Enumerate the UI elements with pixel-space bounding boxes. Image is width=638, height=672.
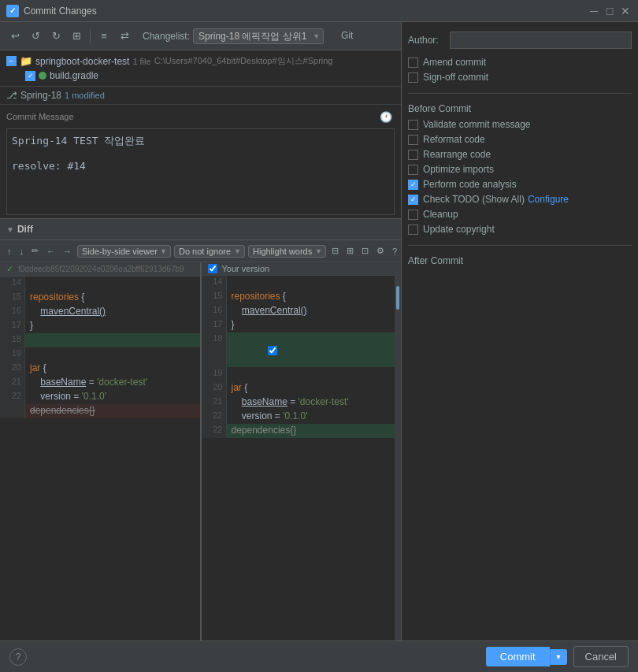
diff-line: 22 version = '0.1.0' [202, 410, 402, 424]
diff-prev-button[interactable]: ↑ [5, 246, 14, 257]
commit-message-input[interactable]: Spring-14 TEST 작업완료 resolve: #14 [6, 128, 395, 215]
option-checkbox-0[interactable] [408, 120, 418, 130]
diff-header-title: Diff [17, 224, 33, 235]
diff-collapse-btn[interactable]: ⊟ [329, 245, 341, 257]
window-title: Commit Changes [24, 6, 588, 17]
option-label-6: Cleanup [423, 209, 458, 220]
root-file-count: 1 file [132, 57, 150, 66]
tree-child-item[interactable]: build.gradle [0, 69, 401, 83]
option-row-5[interactable]: Check TODO (Show All) Configure [408, 194, 632, 205]
app-icon: ✓ [6, 5, 19, 17]
option-row-7[interactable]: Update copyright [408, 224, 632, 235]
diff-highlight-select-wrapper[interactable]: Highlight words [248, 245, 326, 258]
changelist-select[interactable]: Spring-18 에픽작업 상위1 [193, 28, 324, 44]
sort-button[interactable]: ≡ [95, 28, 113, 45]
help-button[interactable]: ? [9, 648, 27, 666]
commit-button[interactable]: Commit [486, 647, 550, 666]
modified-indicator [39, 72, 46, 80]
option-row-0[interactable]: Validate commit message [408, 119, 632, 130]
scrollbar-thumb [396, 286, 399, 310]
diff-section: ▼ Diff ↑ ↓ ✏ ← → Side-by-side viewer Do … [0, 218, 401, 672]
git-tab[interactable]: Git [335, 28, 359, 44]
diff-expand-btn[interactable]: ⊞ [344, 245, 356, 257]
diff-viewer-select-wrapper[interactable]: Side-by-side viewer [77, 245, 171, 258]
diff-help-btn[interactable]: ? [390, 246, 399, 257]
sign-off-label: Sign-off commit [423, 72, 488, 83]
option-row-6[interactable]: Cleanup [408, 209, 632, 220]
diff-settings-btn[interactable]: ⚙ [374, 245, 387, 257]
option-label-7: Update copyright [423, 224, 495, 235]
diff-right-header: Your version [202, 262, 402, 276]
diff-forward-button[interactable]: → [61, 246, 74, 257]
option-row-4[interactable]: Perform code analysis [408, 179, 632, 190]
root-checkbox[interactable] [6, 56, 17, 66]
diff-line: 17 } [0, 319, 200, 333]
commit-btn-group: Commit ▼ [486, 647, 567, 666]
maximize-button[interactable]: □ [603, 5, 616, 17]
window-controls: ─ □ ✕ [588, 5, 632, 17]
tree-root-item[interactable]: 📁 springboot-docker-test 1 file C:\Users… [0, 54, 401, 69]
commit-message-history-button[interactable]: 🕐 [377, 108, 395, 125]
diff-ignore-select[interactable]: Do not ignore [174, 245, 245, 258]
scrollbar-track [395, 262, 401, 672]
option-label-1: Reformat code [423, 134, 485, 145]
amend-commit-label: Amend commit [423, 57, 486, 68]
sign-off-checkbox[interactable] [408, 72, 418, 83]
diff-sync-btn[interactable]: ⊡ [359, 245, 371, 257]
modified-count: 1 modified [65, 91, 105, 100]
option-checkbox-4[interactable] [408, 180, 418, 190]
option-checkbox-6[interactable] [408, 210, 418, 220]
move-up-button[interactable]: ↩ [6, 28, 24, 45]
diff-highlight-select[interactable]: Highlight words [248, 245, 326, 258]
option-row-1[interactable]: Reformat code [408, 134, 632, 145]
file-name: build.gradle [50, 70, 98, 81]
cancel-button[interactable]: Cancel [573, 646, 629, 667]
file-checkbox[interactable] [25, 71, 35, 81]
option-checkbox-7[interactable] [408, 225, 418, 235]
diff-ignore-select-wrapper[interactable]: Do not ignore [174, 245, 245, 258]
redo-button[interactable]: ↻ [47, 28, 65, 45]
diff-line: 14 [202, 276, 402, 290]
option-label-4: Perform code analysis [423, 179, 517, 190]
title-bar: ✓ Commit Changes ─ □ ✕ [0, 0, 638, 22]
diff-button[interactable]: ⇄ [116, 28, 133, 45]
amend-commit-row[interactable]: Amend commit [408, 57, 632, 68]
diff-edit-button[interactable]: ✏ [29, 245, 41, 257]
option-label-5: Check TODO (Show All) [423, 194, 525, 205]
option-checkbox-2[interactable] [408, 150, 418, 160]
changelist-select-wrapper[interactable]: Spring-18 에픽작업 상위1 [193, 28, 324, 44]
diff-line: 21 baseName = 'docker-test' [0, 376, 200, 390]
right-version-checkbox[interactable] [208, 264, 217, 273]
separator-2 [408, 245, 632, 246]
option-checkbox-3[interactable] [408, 165, 418, 175]
option-row-2[interactable]: Rearrange code [408, 149, 632, 160]
diff-back-button[interactable]: ← [44, 246, 57, 257]
option-checkbox-5[interactable] [408, 195, 418, 205]
commit-branch: ⎇ Spring-18 1 modified [0, 87, 401, 105]
diff-header: ▼ Diff [0, 218, 401, 240]
option-label-2: Rearrange code [423, 149, 491, 160]
diff-next-button[interactable]: ↓ [17, 246, 27, 257]
commit-dropdown-button[interactable]: ▼ [550, 649, 567, 665]
diff-right-pane: Your version 14 15 repositories { 16 mav… [202, 262, 402, 672]
configure-link[interactable]: Configure [528, 194, 569, 205]
diff-line: 15 repositories { [0, 291, 200, 305]
commit-message-section: Commit Message 🕐 Spring-14 TEST 작업완료 res… [0, 105, 401, 218]
diff-line-removed: dependencies{} [0, 404, 200, 418]
group-button[interactable]: ⊞ [68, 28, 85, 45]
undo-button[interactable]: ↺ [27, 28, 44, 45]
diff-viewer-select[interactable]: Side-by-side viewer [77, 245, 171, 258]
option-row-3[interactable]: Optimize imports [408, 164, 632, 175]
commit-message-label: Commit Message [6, 112, 74, 121]
right-version-label: Your version [222, 264, 270, 273]
close-button[interactable]: ✕ [619, 5, 632, 17]
author-input[interactable] [450, 32, 632, 49]
diff-line-checkbox[interactable] [268, 346, 277, 355]
minimize-button[interactable]: ─ [588, 5, 600, 17]
diff-left-hash: f0ddeecb85f22092024e0206ea2bff62913d67b9 [18, 265, 184, 273]
option-checkbox-1[interactable] [408, 135, 418, 145]
bottom-bar: ? Commit ▼ Cancel [0, 640, 638, 672]
amend-commit-checkbox[interactable] [408, 58, 418, 68]
diff-collapse-icon[interactable]: ▼ [6, 225, 14, 234]
sign-off-commit-row[interactable]: Sign-off commit [408, 72, 632, 83]
